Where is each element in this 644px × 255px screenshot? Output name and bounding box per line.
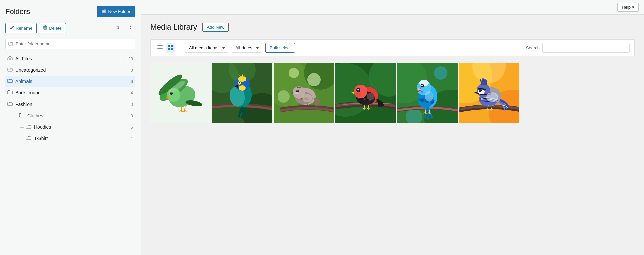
- home-icon: [7, 56, 13, 62]
- media-item-3[interactable]: [274, 63, 334, 123]
- svg-point-32: [238, 82, 239, 83]
- folder-name-input[interactable]: [5, 39, 135, 49]
- svg-text:⇅: ⇅: [116, 25, 120, 30]
- folder-hoodies-icon: [26, 124, 31, 130]
- folder-clothes-label: Clothes: [27, 113, 128, 118]
- content-header: Media Library Add New: [150, 23, 635, 32]
- sidebar-header: Folders New Folder: [5, 6, 135, 17]
- list-view-button[interactable]: [155, 43, 165, 53]
- svg-point-55: [356, 93, 361, 97]
- new-folder-label: New Folder: [108, 9, 130, 14]
- media-item-5[interactable]: [397, 63, 458, 123]
- folder-name-input-wrapper: [5, 39, 135, 49]
- svg-rect-4: [157, 45, 163, 46]
- svg-point-51: [354, 85, 367, 98]
- grid-view-button[interactable]: [166, 43, 175, 53]
- folder-lock-icon: [7, 67, 13, 73]
- delete-button[interactable]: Delete: [39, 23, 66, 33]
- rename-icon: [10, 25, 14, 31]
- tree-line-hoodies: —: [20, 125, 24, 130]
- folder-all-files-label: All Files: [15, 56, 126, 61]
- svg-point-54: [358, 89, 358, 90]
- svg-rect-6: [157, 48, 163, 49]
- main-content: Help ▾ Media Library Add New: [141, 0, 644, 255]
- sidebar-item-tshirt[interactable]: — T-Shirt 1: [5, 133, 135, 144]
- folder-clothes-count: 0: [131, 113, 133, 118]
- folder-input-icon: [8, 41, 13, 47]
- more-options-icon[interactable]: ⋮: [126, 24, 135, 33]
- svg-point-29: [239, 85, 246, 91]
- rename-button[interactable]: Rename: [5, 23, 37, 33]
- svg-point-68: [421, 91, 423, 93]
- svg-point-56: [367, 93, 375, 100]
- list-view-icon: [157, 45, 163, 51]
- new-folder-icon: [102, 9, 106, 14]
- sidebar-item-uncategorized[interactable]: Uncategorized 0: [5, 64, 135, 76]
- sort-icon[interactable]: ⇅: [114, 23, 124, 33]
- svg-point-3: [10, 69, 10, 70]
- folder-tshirt-icon: [26, 135, 31, 141]
- folder-tshirt-count: 1: [131, 136, 133, 141]
- new-folder-button[interactable]: New Folder: [97, 6, 135, 17]
- svg-point-60: [434, 66, 447, 80]
- folder-fashion-count: 0: [131, 102, 133, 107]
- folder-fashion-icon: [7, 101, 13, 107]
- folder-uncategorized-count: 0: [131, 68, 133, 73]
- folder-fashion-label: Fashion: [15, 102, 128, 107]
- folder-hoodies-label: Hoodies: [34, 124, 128, 130]
- tree-line-tshirt: —: [20, 136, 24, 141]
- grid-view-icon: [168, 45, 173, 51]
- folder-animals-icon: [7, 78, 13, 84]
- svg-point-72: [425, 91, 433, 102]
- help-button[interactable]: Help ▾: [617, 3, 639, 12]
- filters-row: All media items All dates Bulk select Se…: [150, 39, 635, 56]
- date-filter[interactable]: All dates: [232, 43, 262, 53]
- sidebar-item-clothes[interactable]: — Clothes 0: [5, 110, 135, 121]
- sidebar-title: Folders: [5, 7, 30, 16]
- sidebar-item-all-files[interactable]: All Files 28: [5, 53, 135, 64]
- tree-line-clothes: —: [13, 113, 18, 118]
- help-label: Help: [622, 5, 631, 10]
- bulk-select-button[interactable]: Bulk select: [265, 43, 295, 53]
- folder-clothes-icon: [19, 113, 24, 119]
- svg-rect-10: [171, 48, 173, 50]
- folder-animals-count: 6: [131, 79, 133, 84]
- folder-hoodies-count: 5: [131, 125, 133, 130]
- media-item-4[interactable]: [335, 63, 396, 123]
- svg-point-82: [479, 89, 481, 91]
- folder-all-files-count: 28: [128, 56, 133, 61]
- rename-label: Rename: [16, 26, 32, 31]
- svg-point-36: [289, 68, 299, 78]
- svg-point-83: [486, 92, 498, 102]
- folder-background-count: 4: [131, 90, 133, 95]
- delete-icon: [43, 25, 47, 31]
- media-item-2[interactable]: [212, 63, 272, 123]
- svg-point-71: [421, 85, 423, 86]
- svg-rect-7: [168, 45, 170, 47]
- delete-label: Delete: [49, 26, 62, 31]
- sidebar: Folders New Folder Rename: [0, 0, 141, 255]
- svg-point-37: [307, 73, 321, 86]
- folder-uncategorized-label: Uncategorized: [15, 67, 128, 73]
- svg-rect-8: [171, 45, 173, 47]
- search-input[interactable]: [542, 43, 630, 53]
- sidebar-item-animals[interactable]: Animals 6: [5, 76, 135, 87]
- media-type-filter[interactable]: All media items: [185, 43, 228, 53]
- svg-rect-1: [44, 27, 47, 29]
- media-grid: [150, 63, 635, 123]
- media-item-1[interactable]: [150, 63, 211, 123]
- folder-list: All Files 28 Uncategorized 0 Animals 6: [5, 53, 135, 144]
- sidebar-item-background[interactable]: Background 4: [5, 87, 135, 99]
- svg-rect-5: [157, 47, 163, 47]
- folder-tshirt-label: T-Shirt: [34, 136, 128, 141]
- media-library-title: Media Library: [150, 23, 197, 32]
- sidebar-item-hoodies[interactable]: — Hoodies 5: [5, 121, 135, 133]
- svg-point-44: [297, 90, 298, 91]
- add-new-button[interactable]: Add New: [202, 23, 229, 32]
- media-item-6[interactable]: [459, 63, 519, 123]
- folder-toolbar: Rename Delete ⇅ ⋮: [5, 23, 135, 33]
- sidebar-item-fashion[interactable]: Fashion 0: [5, 99, 135, 110]
- svg-point-45: [302, 94, 312, 102]
- view-divider: [180, 44, 180, 52]
- search-area: Search: [526, 43, 630, 53]
